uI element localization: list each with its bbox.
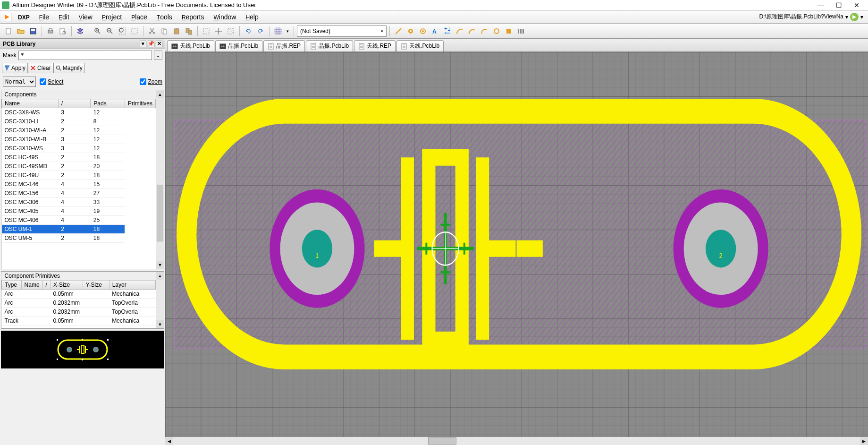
primitives-table[interactable]: Component Primitives TypeName/X-SizeY-Si… [1,272,156,325]
print-icon[interactable] [45,26,56,37]
menu-dxp[interactable]: DXP [13,13,34,21]
zoom-in-icon[interactable] [92,26,103,37]
place-via-icon[interactable] [417,26,429,37]
table-row[interactable]: OSC MC-406425 [2,216,156,225]
place-array-icon[interactable] [515,26,527,37]
table-row[interactable]: OSC-3X10-LI28 [2,117,156,126]
scroll-up-icon[interactable]: ▲ [156,272,164,280]
open-file-icon[interactable] [15,26,26,37]
layers-icon[interactable] [75,26,86,37]
duplicate-icon[interactable] [183,26,194,37]
panel-close-icon[interactable]: ✕ [156,41,162,47]
apply-button[interactable]: Apply [2,63,28,73]
menu-project[interactable]: Project [97,13,126,21]
menu-tools[interactable]: Tools [152,13,177,21]
table-row[interactable]: Arc0.2032mmTopOverla [2,308,156,317]
place-string-icon[interactable]: A [430,26,441,37]
table-row[interactable]: Track0.05mmMechanica [2,317,156,325]
zoom-out-icon[interactable] [104,26,116,37]
place-line-icon[interactable] [393,26,404,37]
table-row[interactable]: OSC HC-49S218 [2,153,156,162]
table-row[interactable]: OSC MC-405419 [2,207,156,216]
maximize-button[interactable]: ☐ [834,1,843,9]
menu-view[interactable]: View [74,13,97,21]
place-arc-edge-icon[interactable] [466,26,478,37]
doc-tab[interactable]: 天线.REP [354,40,396,51]
menu-window[interactable]: Window [209,13,241,21]
table-row[interactable]: OSC-3X8-WS312 [2,108,156,117]
pcb-canvas[interactable]: 1 2 [165,52,868,437]
hscroll-left-icon[interactable]: ◀ [165,437,173,445]
dropdown-arrow-icon[interactable]: ▾ [845,14,848,20]
col-header[interactable]: Name [21,281,42,290]
minimize-button[interactable]: — [816,1,826,9]
table-row[interactable]: OSC-3X10-WI-A212 [2,126,156,135]
table-row[interactable]: OSC MC-156427 [2,189,156,198]
clear-button[interactable]: Clear [28,63,53,73]
hscroll-thumb[interactable] [428,437,456,445]
primitives-scrollbar[interactable]: ▲ ▼ [156,272,164,328]
menu-place[interactable]: Place [126,13,152,21]
redo-icon[interactable] [255,26,266,37]
grid-icon[interactable] [272,26,284,37]
panel-pin-icon[interactable]: 📌 [148,41,154,47]
undo-icon[interactable] [243,26,254,37]
table-row[interactable]: OSC MC-306433 [2,198,156,207]
components-table[interactable]: Components Name/PadsPrimitives OSC-3X8-W… [1,90,156,243]
zoom-checkbox[interactable]: Zoom [140,78,162,85]
place-arc-any-icon[interactable] [479,26,490,37]
table-row[interactable]: Arc0.2032mmTopOverla [2,299,156,308]
doc-tab[interactable]: 晶振.PcbLib [215,40,262,51]
table-row[interactable]: OSC UM-1218 [2,225,156,234]
new-file-icon[interactable] [3,26,14,37]
col-header[interactable]: Layer [109,281,155,290]
deselect-icon[interactable] [225,26,236,37]
doc-tab[interactable]: 天线.PcbLib [396,40,444,51]
place-circle-icon[interactable] [491,26,502,37]
zoom-fit-icon[interactable] [117,26,128,37]
doc-tab[interactable]: 晶振.PcbLib [306,40,353,51]
select-rect-icon[interactable] [201,26,212,37]
snap-combo[interactable]: (Not Saved) ▾ [297,26,387,37]
paste-icon[interactable] [171,26,182,37]
col-header[interactable]: / [42,281,50,290]
grid-dropdown-icon[interactable]: ▾ [287,29,289,34]
menu-help[interactable]: Help [241,13,263,21]
table-row[interactable]: OSC-3X10-WI-B312 [2,135,156,144]
place-fill-icon[interactable] [503,26,514,37]
place-arc-center-icon[interactable] [454,26,465,37]
save-icon[interactable] [27,26,39,37]
print-preview-icon[interactable] [57,26,68,37]
close-button[interactable]: ✕ [852,1,861,9]
nav-forward-icon[interactable]: ▶ [850,13,859,21]
place-coord-icon[interactable]: +10,10 [442,26,453,37]
menu-file[interactable]: File [34,13,54,21]
scroll-down-icon[interactable]: ▼ [156,261,164,269]
copy-icon[interactable] [159,26,170,37]
table-row[interactable]: Arc0.05mmMechanica [2,290,156,299]
select-checkbox[interactable]: Select [40,78,63,85]
mask-dropdown-icon[interactable]: ⌄ [154,51,162,60]
zoom-region-icon[interactable] [129,26,140,37]
col-header[interactable]: Type [2,281,22,290]
canvas-hscrollbar[interactable]: ◀ ▶ [165,437,868,445]
normal-combo[interactable]: Normal [3,77,36,87]
scroll-down-icon[interactable]: ▼ [156,320,164,328]
components-scrollbar[interactable]: ▲ ▼ [156,90,164,269]
table-row[interactable]: OSC-3X10-WS312 [2,144,156,153]
cut-icon[interactable] [146,26,158,37]
menu-edit[interactable]: Edit [54,13,74,21]
move-icon[interactable] [213,26,224,37]
scroll-up-icon[interactable]: ▲ [156,90,164,98]
panel-menu-icon[interactable]: ▾ [140,41,146,47]
nav-dropdown-icon[interactable]: ▾ [860,14,863,20]
doc-tab[interactable]: 晶振.REP [263,40,305,51]
dxp-icon[interactable] [3,13,11,21]
scroll-thumb[interactable] [157,185,163,241]
col-header[interactable]: X-Size [50,281,83,290]
table-row[interactable]: OSC HC-49U218 [2,171,156,180]
hscroll-right-icon[interactable]: ▶ [860,437,868,445]
table-row[interactable]: OSC UM-5218 [2,234,156,243]
mask-input[interactable] [18,51,152,60]
place-pad-icon[interactable] [405,26,416,37]
